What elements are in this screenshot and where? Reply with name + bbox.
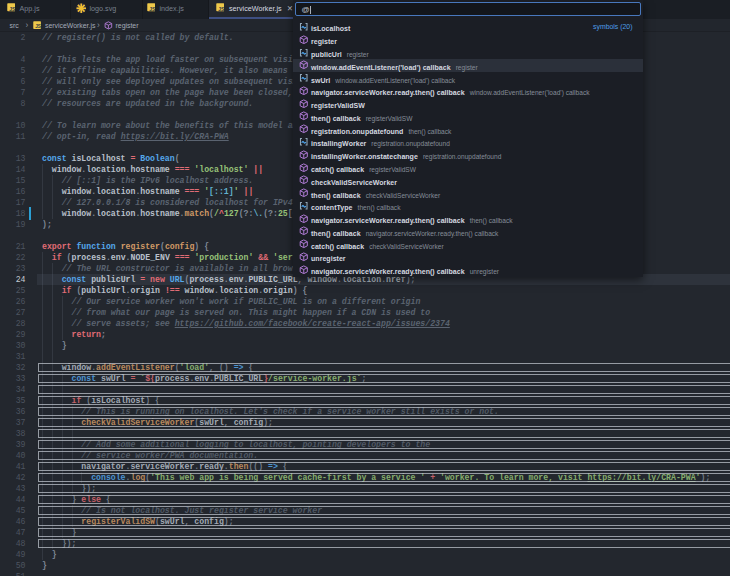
svg-text:JS: JS (218, 7, 224, 12)
svg-text:JS: JS (35, 25, 41, 30)
svg-text:JS: JS (9, 7, 15, 12)
svg-text:JS: JS (149, 7, 155, 12)
